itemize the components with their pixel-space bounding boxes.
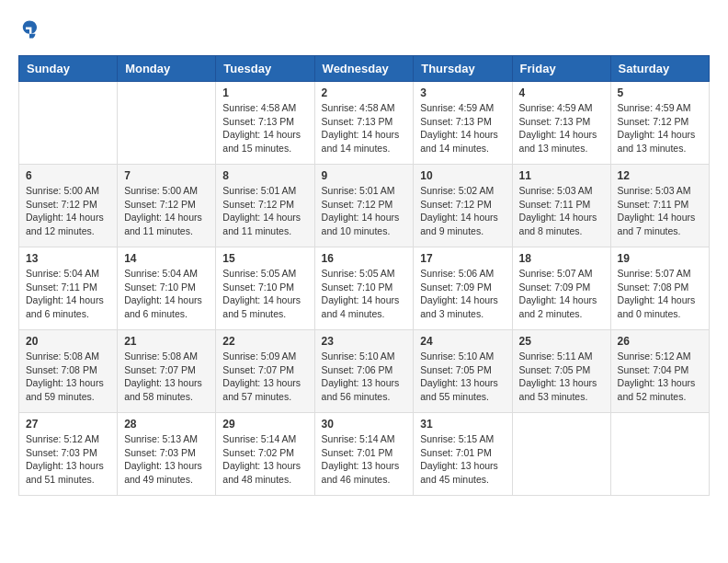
cell-content: Sunrise: 5:14 AM Sunset: 7:02 PM Dayligh… — [222, 432, 307, 487]
day-number: 28 — [124, 418, 209, 431]
calendar-cell — [512, 413, 610, 496]
cell-content: Sunrise: 4:59 AM Sunset: 7:13 PM Dayligh… — [420, 101, 505, 155]
calendar-cell: 21Sunrise: 5:08 AM Sunset: 7:07 PM Dayli… — [118, 330, 216, 413]
calendar-cell: 18Sunrise: 5:07 AM Sunset: 7:09 PM Dayli… — [512, 247, 610, 330]
calendar-cell: 20Sunrise: 5:08 AM Sunset: 7:08 PM Dayli… — [19, 330, 118, 413]
cell-content: Sunrise: 5:12 AM Sunset: 7:03 PM Dayligh… — [26, 432, 110, 487]
calendar-cell — [610, 413, 709, 496]
day-number: 14 — [124, 252, 209, 265]
day-header-sunday: Sunday — [19, 56, 118, 82]
day-number: 15 — [222, 252, 307, 265]
day-header-monday: Monday — [118, 56, 216, 82]
day-number: 7 — [124, 169, 209, 182]
week-row-3: 13Sunrise: 5:04 AM Sunset: 7:11 PM Dayli… — [19, 247, 710, 330]
cell-content: Sunrise: 5:14 AM Sunset: 7:01 PM Dayligh… — [322, 432, 407, 487]
day-number: 9 — [322, 169, 407, 182]
calendar-table: SundayMondayTuesdayWednesdayThursdayFrid… — [18, 55, 710, 496]
calendar-cell: 7Sunrise: 5:00 AM Sunset: 7:12 PM Daylig… — [118, 165, 216, 247]
cell-content: Sunrise: 5:08 AM Sunset: 7:07 PM Dayligh… — [124, 350, 209, 404]
day-number: 1 — [222, 86, 307, 99]
day-number: 10 — [420, 169, 505, 182]
cell-content: Sunrise: 5:11 AM Sunset: 7:05 PM Dayligh… — [519, 350, 604, 404]
day-header-friday: Friday — [512, 56, 610, 82]
calendar-cell: 25Sunrise: 5:11 AM Sunset: 7:05 PM Dayli… — [512, 330, 610, 413]
calendar-cell — [118, 82, 216, 165]
cell-content: Sunrise: 5:07 AM Sunset: 7:09 PM Dayligh… — [519, 267, 604, 321]
day-number: 12 — [618, 169, 702, 182]
day-number: 19 — [618, 252, 702, 265]
cell-content: Sunrise: 5:00 AM Sunset: 7:12 PM Dayligh… — [26, 184, 110, 238]
calendar-body: 1Sunrise: 4:58 AM Sunset: 7:13 PM Daylig… — [19, 82, 710, 496]
calendar-cell: 10Sunrise: 5:02 AM Sunset: 7:12 PM Dayli… — [414, 165, 512, 247]
day-number: 8 — [222, 169, 307, 182]
calendar-cell: 8Sunrise: 5:01 AM Sunset: 7:12 PM Daylig… — [216, 165, 314, 247]
day-number: 31 — [420, 418, 505, 431]
cell-content: Sunrise: 5:02 AM Sunset: 7:12 PM Dayligh… — [420, 184, 505, 238]
day-number: 5 — [618, 86, 702, 99]
header-row: SundayMondayTuesdayWednesdayThursdayFrid… — [19, 56, 710, 82]
day-number: 23 — [322, 335, 407, 348]
day-number: 22 — [222, 335, 307, 348]
cell-content: Sunrise: 5:03 AM Sunset: 7:11 PM Dayligh… — [519, 184, 604, 238]
calendar-cell: 17Sunrise: 5:06 AM Sunset: 7:09 PM Dayli… — [414, 247, 512, 330]
cell-content: Sunrise: 4:59 AM Sunset: 7:12 PM Dayligh… — [618, 101, 702, 155]
day-number: 11 — [519, 169, 604, 182]
calendar-cell: 14Sunrise: 5:04 AM Sunset: 7:10 PM Dayli… — [118, 247, 216, 330]
calendar-cell: 15Sunrise: 5:05 AM Sunset: 7:10 PM Dayli… — [216, 247, 314, 330]
calendar-cell: 22Sunrise: 5:09 AM Sunset: 7:07 PM Dayli… — [216, 330, 314, 413]
calendar-cell: 2Sunrise: 4:58 AM Sunset: 7:13 PM Daylig… — [314, 82, 414, 165]
day-number: 20 — [26, 335, 110, 348]
day-header-tuesday: Tuesday — [216, 56, 314, 82]
calendar-cell: 19Sunrise: 5:07 AM Sunset: 7:08 PM Dayli… — [610, 247, 709, 330]
calendar-cell: 12Sunrise: 5:03 AM Sunset: 7:11 PM Dayli… — [610, 165, 709, 247]
cell-content: Sunrise: 5:04 AM Sunset: 7:10 PM Dayligh… — [124, 267, 209, 321]
page-header — [18, 18, 710, 40]
day-number: 6 — [26, 169, 110, 182]
day-number: 26 — [618, 335, 702, 348]
cell-content: Sunrise: 5:01 AM Sunset: 7:12 PM Dayligh… — [322, 184, 407, 238]
calendar-cell: 28Sunrise: 5:13 AM Sunset: 7:03 PM Dayli… — [118, 413, 216, 496]
day-number: 29 — [222, 418, 307, 431]
day-number: 24 — [420, 335, 505, 348]
calendar-cell: 31Sunrise: 5:15 AM Sunset: 7:01 PM Dayli… — [414, 413, 512, 496]
day-header-saturday: Saturday — [610, 56, 709, 82]
day-number: 2 — [322, 86, 407, 99]
calendar-cell: 24Sunrise: 5:10 AM Sunset: 7:05 PM Dayli… — [414, 330, 512, 413]
calendar-cell: 5Sunrise: 4:59 AM Sunset: 7:12 PM Daylig… — [610, 82, 709, 165]
cell-content: Sunrise: 5:07 AM Sunset: 7:08 PM Dayligh… — [618, 267, 702, 321]
calendar-cell: 13Sunrise: 5:04 AM Sunset: 7:11 PM Dayli… — [19, 247, 118, 330]
cell-content: Sunrise: 5:00 AM Sunset: 7:12 PM Dayligh… — [124, 184, 209, 238]
day-number: 27 — [26, 418, 110, 431]
cell-content: Sunrise: 5:01 AM Sunset: 7:12 PM Dayligh… — [222, 184, 307, 238]
cell-content: Sunrise: 5:10 AM Sunset: 7:06 PM Dayligh… — [322, 350, 407, 404]
calendar-cell: 11Sunrise: 5:03 AM Sunset: 7:11 PM Dayli… — [512, 165, 610, 247]
logo — [18, 18, 44, 40]
calendar-cell: 23Sunrise: 5:10 AM Sunset: 7:06 PM Dayli… — [314, 330, 414, 413]
calendar-header: SundayMondayTuesdayWednesdayThursdayFrid… — [19, 56, 710, 82]
cell-content: Sunrise: 4:58 AM Sunset: 7:13 PM Dayligh… — [222, 101, 307, 155]
week-row-5: 27Sunrise: 5:12 AM Sunset: 7:03 PM Dayli… — [19, 413, 710, 496]
day-number: 13 — [26, 252, 110, 265]
day-header-wednesday: Wednesday — [314, 56, 414, 82]
week-row-1: 1Sunrise: 4:58 AM Sunset: 7:13 PM Daylig… — [19, 82, 710, 165]
cell-content: Sunrise: 5:13 AM Sunset: 7:03 PM Dayligh… — [124, 432, 209, 487]
day-number: 21 — [124, 335, 209, 348]
cell-content: Sunrise: 4:58 AM Sunset: 7:13 PM Dayligh… — [322, 101, 407, 155]
calendar-cell: 6Sunrise: 5:00 AM Sunset: 7:12 PM Daylig… — [19, 165, 118, 247]
calendar-cell: 30Sunrise: 5:14 AM Sunset: 7:01 PM Dayli… — [314, 413, 414, 496]
logo-icon — [18, 18, 40, 40]
day-header-thursday: Thursday — [414, 56, 512, 82]
day-number: 3 — [420, 86, 505, 99]
week-row-4: 20Sunrise: 5:08 AM Sunset: 7:08 PM Dayli… — [19, 330, 710, 413]
calendar-cell — [19, 82, 118, 165]
day-number: 4 — [519, 86, 604, 99]
calendar-cell: 3Sunrise: 4:59 AM Sunset: 7:13 PM Daylig… — [414, 82, 512, 165]
cell-content: Sunrise: 5:03 AM Sunset: 7:11 PM Dayligh… — [618, 184, 702, 238]
cell-content: Sunrise: 5:15 AM Sunset: 7:01 PM Dayligh… — [420, 432, 505, 487]
day-number: 16 — [322, 252, 407, 265]
cell-content: Sunrise: 5:04 AM Sunset: 7:11 PM Dayligh… — [26, 267, 110, 321]
week-row-2: 6Sunrise: 5:00 AM Sunset: 7:12 PM Daylig… — [19, 165, 710, 247]
day-number: 25 — [519, 335, 604, 348]
cell-content: Sunrise: 5:10 AM Sunset: 7:05 PM Dayligh… — [420, 350, 505, 404]
day-number: 18 — [519, 252, 604, 265]
